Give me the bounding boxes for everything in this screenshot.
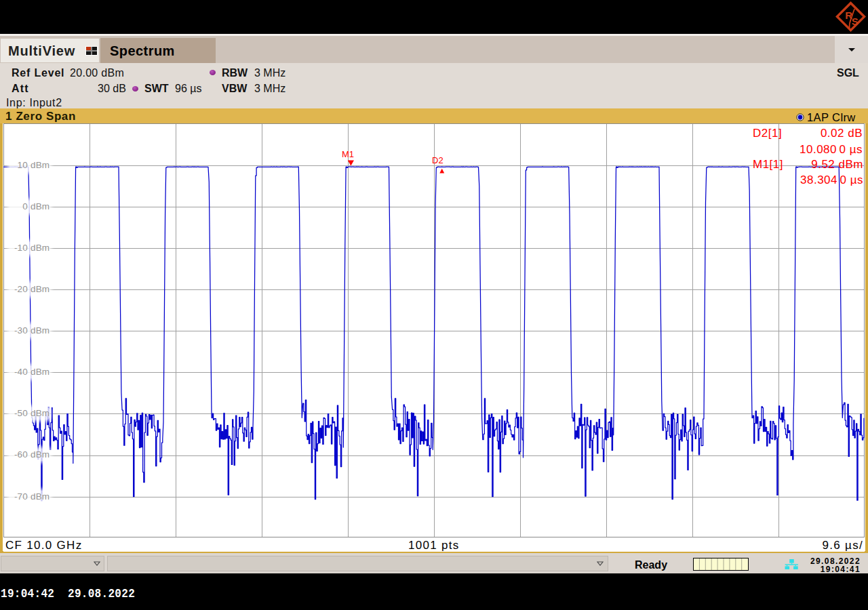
svg-text:S: S xyxy=(852,16,859,27)
